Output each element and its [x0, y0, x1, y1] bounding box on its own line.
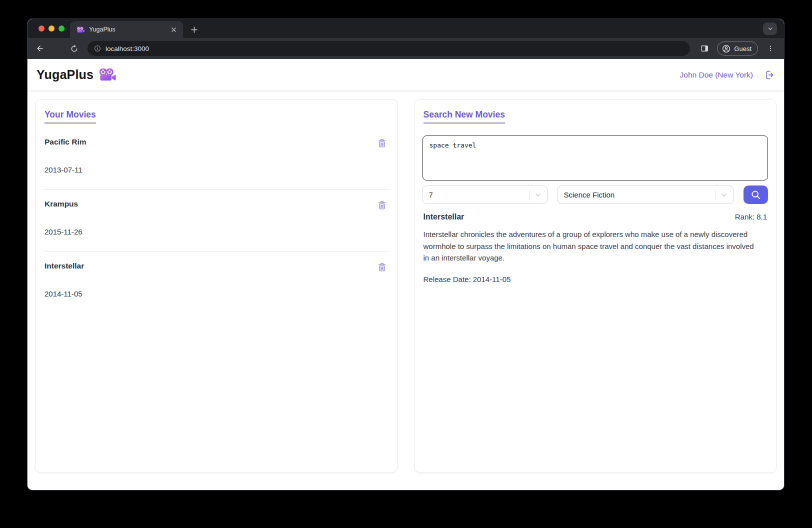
chevron-down-icon [720, 191, 728, 199]
side-panel-button[interactable] [697, 41, 712, 56]
browser-window: YugaPlus [28, 19, 784, 490]
guest-profile-button[interactable]: Guest [717, 42, 758, 56]
tab-favicon-camera-icon [76, 26, 85, 33]
guest-label: Guest [734, 45, 752, 52]
search-panel: Search New Movies space travel 7 Science… [414, 99, 777, 473]
url-text: localhost:3000 [106, 45, 149, 52]
movie-camera-icon [98, 68, 116, 82]
logout-icon [764, 70, 775, 80]
browser-tab-yugaplus[interactable]: YugaPlus [70, 21, 183, 38]
tab-strip: YugaPlus [28, 19, 784, 38]
search-heading: Search New Movies [424, 110, 505, 124]
movie-date: 2015-11-26 [44, 228, 388, 236]
movie-title: Pacific Rim [44, 138, 86, 146]
genre-select[interactable]: Science Fiction [558, 186, 734, 204]
logout-button[interactable] [764, 70, 775, 80]
app-header: YugaPlus John Doe (New York) [28, 59, 784, 90]
tab-search-button[interactable] [763, 22, 777, 35]
search-query-input[interactable]: space travel [422, 136, 768, 180]
result-header: Interstellar Rank: 8.1 [422, 212, 768, 222]
forward-button[interactable] [50, 41, 64, 56]
your-movies-panel: Your Movies Pacific Rim 2013-07-11 Kram [35, 99, 398, 473]
movie-date: 2014-11-05 [44, 290, 388, 298]
genre-select-value: Science Fiction [564, 190, 716, 199]
tab-title: YugaPlus [89, 26, 165, 33]
site-info-icon[interactable] [94, 44, 102, 52]
back-button[interactable] [32, 41, 48, 56]
search-button[interactable] [744, 186, 768, 204]
minimize-window-button[interactable] [48, 26, 54, 32]
reload-button[interactable] [66, 41, 82, 56]
traffic-lights [38, 26, 64, 32]
result-movie-title: Interstellar [424, 212, 464, 222]
delete-movie-button[interactable] [376, 138, 388, 148]
page-content: YugaPlus John Doe (New York) Y [28, 59, 784, 490]
search-icon [750, 190, 761, 200]
result-rank: Rank: 8.1 [735, 212, 767, 221]
your-movies-heading: Your Movies [44, 110, 96, 124]
desktop-background: YugaPlus [0, 0, 812, 528]
result-release-date: Release Date: 2014-11-05 [422, 275, 768, 284]
list-item: Pacific Rim 2013-07-11 [44, 128, 390, 190]
close-window-button[interactable] [38, 26, 44, 32]
select-divider [530, 190, 530, 200]
address-bar[interactable]: localhost:3000 [88, 41, 690, 56]
delete-movie-button[interactable] [376, 262, 388, 272]
header-right: John Doe (New York) [680, 70, 775, 80]
search-controls: 7 Science Fiction [422, 186, 768, 204]
trash-icon [376, 262, 388, 272]
rank-select[interactable]: 7 [422, 186, 548, 204]
browser-toolbar: localhost:3000 Guest [28, 38, 784, 59]
movie-date: 2013-07-11 [44, 166, 388, 174]
movie-title: Interstellar [44, 262, 84, 270]
rank-select-value: 7 [429, 190, 530, 199]
tab-close-icon[interactable] [169, 25, 178, 34]
browser-menu-button[interactable] [763, 41, 778, 56]
avatar-icon [722, 44, 731, 54]
list-item: Krampus 2015-11-26 [44, 190, 390, 252]
delete-movie-button[interactable] [376, 200, 388, 210]
list-item: Interstellar 2014-11-05 [44, 252, 390, 313]
movie-title: Krampus [44, 200, 78, 208]
trash-icon [376, 200, 388, 210]
user-profile-link[interactable]: John Doe (New York) [680, 70, 753, 80]
main-area: Your Movies Pacific Rim 2013-07-11 Kram [28, 90, 784, 490]
trash-icon [376, 138, 388, 148]
result-description: Interstellar chronicles the adventures o… [422, 228, 758, 264]
brand: YugaPlus [36, 68, 116, 82]
zoom-window-button[interactable] [58, 26, 64, 32]
new-tab-button[interactable] [187, 22, 201, 36]
chevron-down-icon [534, 191, 542, 199]
page-title: YugaPlus [36, 68, 94, 82]
select-divider [716, 190, 716, 200]
